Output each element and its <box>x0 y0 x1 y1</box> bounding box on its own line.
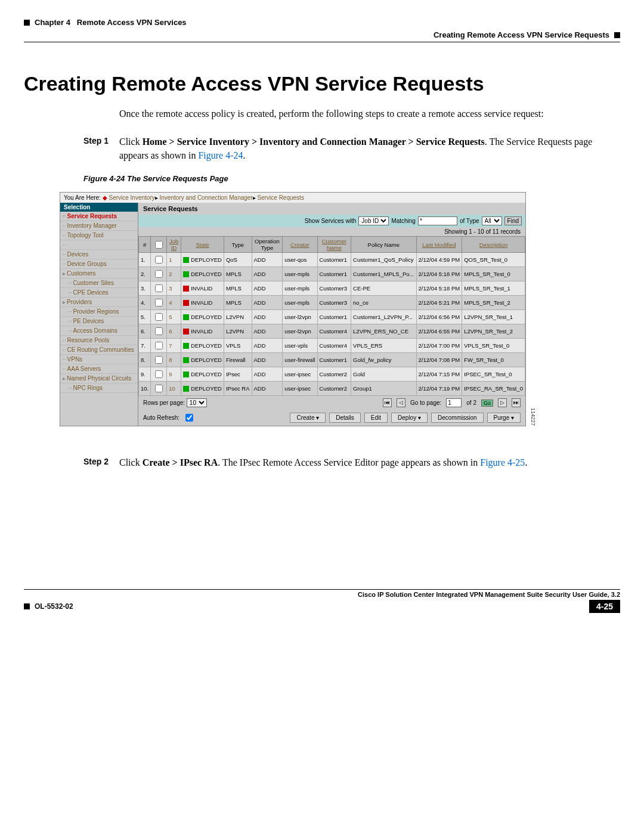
purge-button[interactable]: Purge ▾ <box>487 413 521 423</box>
jobid-link[interactable]: 9 <box>167 367 181 382</box>
jobid-link[interactable]: 2 <box>167 267 181 281</box>
footer-book-title: Cisco IP Solution Center Integrated VPN … <box>24 591 620 598</box>
create-button[interactable]: Create ▾ <box>290 413 326 423</box>
col-check[interactable] <box>151 237 167 253</box>
table-row: 9.9DEPLOYEDIPsecADDuser-ipsecCustomer2Go… <box>139 367 525 382</box>
jobid-link[interactable]: 6 <box>167 324 181 339</box>
row-checkbox[interactable] <box>155 256 163 264</box>
sidebar-item[interactable]: ··Access Domains <box>60 326 138 336</box>
jobid-link[interactable]: 5 <box>167 310 181 324</box>
sidebar-item[interactable]: ··Customer Sites <box>60 278 138 288</box>
goto-page-input[interactable] <box>446 398 462 407</box>
edit-button[interactable]: Edit <box>364 413 388 423</box>
filter-matching-input[interactable] <box>418 216 457 225</box>
jobid-link[interactable]: 4 <box>167 296 181 310</box>
pager: Rows per page: 10 ⏮ ◁ Go to page: of 2 G… <box>138 396 525 410</box>
crumb-link[interactable]: Inventory and Connection Manager <box>160 194 253 201</box>
col-op: Operation Type <box>252 237 283 253</box>
sidebar: Selection ··Service Requests··Inventory … <box>60 203 138 426</box>
sidebar-item[interactable]: ··Inventory Manager <box>60 221 138 231</box>
table-row: 7.7DEPLOYEDVPLSADDuser-vplsCustomer4VPLS… <box>139 339 525 353</box>
figure-link[interactable]: Figure 4-24 <box>198 150 243 160</box>
table-row: 6.6INVALIDL2VPNADDuser-l2vpnCustomer4L2V… <box>139 324 525 339</box>
record-count: Showing 1 - 10 of 11 records <box>138 227 525 236</box>
jobid-link[interactable]: 1 <box>167 253 181 267</box>
col-creator[interactable]: Creator <box>283 237 317 253</box>
last-page-button[interactable]: ⏭ <box>512 398 521 407</box>
screenshot: You Are Here: ◆ Service Inventory▸ Inven… <box>60 192 526 426</box>
row-checkbox[interactable] <box>155 385 163 392</box>
filter-field-select[interactable]: Job ID <box>358 216 389 225</box>
step-label: Step 1 <box>83 135 119 162</box>
sidebar-item[interactable]: ··Provider Regions <box>60 307 138 317</box>
state-icon <box>183 257 189 263</box>
col-policy: Policy Name <box>351 237 416 253</box>
crumb-link[interactable]: Service Requests <box>258 194 304 201</box>
row-checkbox[interactable] <box>155 356 163 364</box>
page-footer: Cisco IP Solution Center Integrated VPN … <box>24 589 620 613</box>
sidebar-item[interactable]: ··NPC Rings <box>60 383 138 393</box>
first-page-button[interactable]: ⏮ <box>383 398 392 407</box>
rows-per-page-select[interactable]: 10 <box>187 398 207 407</box>
sidebar-item[interactable]: ▸Named Physical Circuits <box>60 374 138 383</box>
find-button[interactable]: Find <box>504 216 522 225</box>
state-icon <box>183 371 189 377</box>
crumb-link[interactable]: Service Inventory <box>109 194 154 201</box>
panel-title: Service Requests <box>138 203 525 215</box>
table-row: 4.4INVALIDMPLSADDuser-mplsCustomer3no_ce… <box>139 296 525 310</box>
state-icon <box>183 286 189 292</box>
prev-page-button[interactable]: ◁ <box>397 398 405 407</box>
col-customer[interactable]: Customer Name <box>317 237 351 253</box>
sidebar-item[interactable]: ··Devices <box>60 250 138 259</box>
row-checkbox[interactable] <box>155 284 163 292</box>
section-title: Creating Remote Access VPN Service Reque… <box>434 30 609 39</box>
sidebar-item[interactable]: ▸Providers <box>60 298 138 307</box>
table-row: 5.5DEPLOYEDL2VPNADDuser-l2vpnCustomer1Cu… <box>139 310 525 324</box>
row-checkbox[interactable] <box>155 327 163 335</box>
jobid-link[interactable]: 7 <box>167 339 181 353</box>
sidebar-item[interactable]: ··PE Devices <box>60 317 138 326</box>
decommission-button[interactable]: Decommission <box>431 413 484 423</box>
col-type: Type <box>224 237 252 253</box>
row-checkbox[interactable] <box>155 299 163 306</box>
auto-refresh-checkbox[interactable] <box>185 414 193 422</box>
service-requests-table: # Job ID State Type Operation Type Creat… <box>138 236 525 396</box>
select-all-checkbox[interactable] <box>155 241 163 249</box>
row-checkbox[interactable] <box>155 270 163 278</box>
sidebar-item[interactable]: ··CE Routing Communities <box>60 345 138 355</box>
figure-link[interactable]: Figure 4-25 <box>480 457 525 467</box>
sidebar-item[interactable]: ·· <box>60 240 138 250</box>
row-checkbox[interactable] <box>155 370 163 378</box>
footer-square-icon <box>24 603 30 609</box>
sidebar-item[interactable]: ··VPNs <box>60 355 138 364</box>
jobid-link[interactable]: 3 <box>167 281 181 296</box>
col-modified[interactable]: Last Modified <box>416 237 462 253</box>
sidebar-item[interactable]: ··AAA Servers <box>60 364 138 374</box>
header-square-icon <box>24 20 30 26</box>
details-button[interactable]: Details <box>329 413 361 423</box>
row-checkbox[interactable] <box>155 342 163 349</box>
col-state[interactable]: State <box>181 237 224 253</box>
next-page-button[interactable]: ▷ <box>498 398 507 407</box>
table-row: 8.8DEPLOYEDFirewallADDuser-firewallCusto… <box>139 353 525 367</box>
jobid-link[interactable]: 8 <box>167 353 181 367</box>
filter-type-select[interactable]: All <box>482 216 502 225</box>
sidebar-item[interactable]: ··Service Requests <box>60 212 138 221</box>
col-desc[interactable]: Description <box>462 237 525 253</box>
sidebar-item[interactable]: ··Topology Tool <box>60 231 138 240</box>
page-number: 4-25 <box>589 600 620 613</box>
deploy-button[interactable]: Deploy ▾ <box>391 413 428 423</box>
col-jobid[interactable]: Job ID <box>167 237 181 253</box>
row-checkbox[interactable] <box>155 313 163 321</box>
step-label: Step 2 <box>83 456 119 469</box>
go-button[interactable]: Go <box>481 400 493 407</box>
table-row: 1.1DEPLOYEDQoSADDuser-qosCustomer1Custom… <box>139 253 525 267</box>
sidebar-header: Selection <box>60 203 138 212</box>
sidebar-item[interactable]: ··Resource Pools <box>60 336 138 345</box>
filter-bar: Show Services with Job ID Matching of Ty… <box>138 215 525 227</box>
sidebar-item[interactable]: ▸Customers <box>60 269 138 278</box>
jobid-link[interactable]: 10 <box>167 382 181 396</box>
breadcrumb: You Are Here: ◆ Service Inventory▸ Inven… <box>60 193 525 203</box>
sidebar-item[interactable]: ··CPE Devices <box>60 288 138 298</box>
sidebar-item[interactable]: ··Device Groups <box>60 259 138 269</box>
